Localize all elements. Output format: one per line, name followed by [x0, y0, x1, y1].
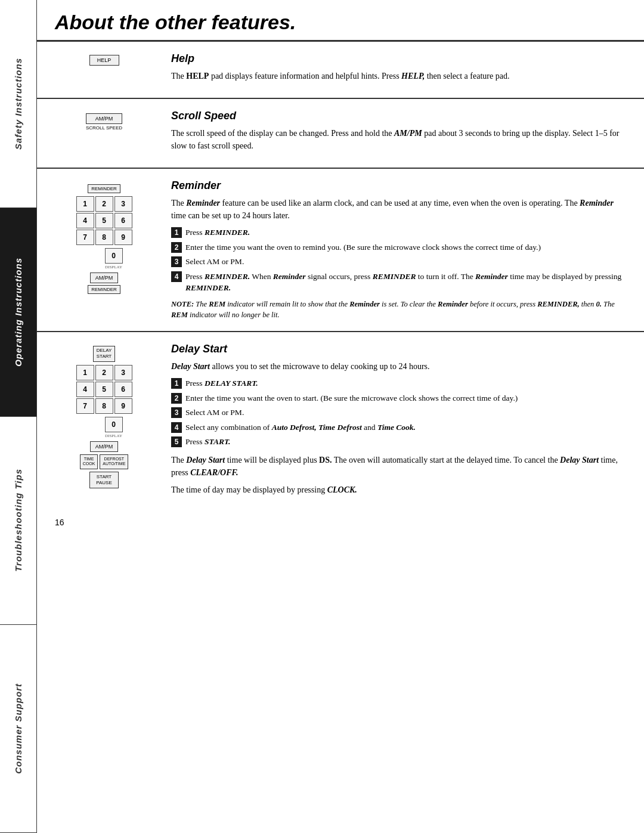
section-reminder-left: REMINDER 1 2 3 4 5 6 7 8 9 0 DISPLAY AM/… — [49, 179, 159, 320]
sidebar-tab-troubleshooting-label: Troubleshooting Tips — [13, 469, 23, 572]
delay-step-text-2: Enter the time you want the oven to star… — [185, 392, 626, 404]
key-4[interactable]: 4 — [76, 213, 94, 228]
reminder-step-3: 3 Select AM or PM. — [171, 256, 626, 268]
sidebar-tab-consumer-label: Consumer Support — [13, 683, 23, 774]
delay-key-1[interactable]: 1 — [76, 365, 94, 380]
delay-step-num-2: 2 — [171, 393, 182, 404]
key-7[interactable]: 7 — [76, 230, 94, 245]
delay-key-6[interactable]: 6 — [114, 382, 132, 397]
step-num-3: 3 — [171, 256, 182, 267]
section-help-left: HELP — [49, 52, 159, 87]
delay-footer-2: The time of day may be displayed by pres… — [171, 484, 626, 496]
delay-key-5[interactable]: 5 — [95, 382, 113, 397]
section-scroll-speed: AM/PM SCROLL SPEED Scroll Speed The scro… — [37, 99, 644, 169]
delay-step-num-5: 5 — [171, 436, 182, 447]
section-reminder: REMINDER 1 2 3 4 5 6 7 8 9 0 DISPLAY AM/… — [37, 169, 644, 332]
key-3[interactable]: 3 — [114, 196, 132, 212]
step-text-1: Press REMINDER. — [185, 227, 626, 239]
delay-step-2: 2 Enter the time you want the oven to st… — [171, 392, 626, 404]
delay-key-8[interactable]: 8 — [95, 398, 113, 414]
reminder-step-2: 2 Enter the time you want the oven to re… — [171, 241, 626, 253]
reminder-steps: 1 Press REMINDER. 2 Enter the time you w… — [171, 227, 626, 294]
step-num-1: 1 — [171, 227, 182, 238]
section-scroll-right: Scroll Speed The scroll speed of the dis… — [171, 110, 626, 157]
defrost-auto-button[interactable]: DEFROSTAUTO/TIME — [100, 454, 128, 469]
step-text-2: Enter the time you want the oven to remi… — [185, 241, 626, 253]
section-help-right: Help The HELP pad displays feature infor… — [171, 52, 626, 87]
section-help: HELP Help The HELP pad displays feature … — [37, 42, 644, 99]
section-delay-start: DELAYSTART 1 2 3 4 5 6 7 8 9 0 DISPLAY A… — [37, 332, 644, 512]
bottom-buttons-delay: TIMECOOK DEFROSTAUTO/TIME — [80, 454, 129, 469]
sidebar-tab-safety-label: Safety Instructions — [13, 58, 23, 150]
ampm-button[interactable]: AM/PM — [86, 113, 122, 124]
delay-step-num-1: 1 — [171, 378, 182, 389]
delay-start-heading: Delay Start — [171, 343, 626, 355]
delay-display-label: DISPLAY — [105, 433, 122, 438]
reminder-step-4: 4 Press REMINDER. When Reminder signal o… — [171, 271, 626, 294]
section-reminder-right: Reminder The Reminder feature can be use… — [171, 179, 626, 320]
delay-step-num-4: 4 — [171, 422, 182, 433]
step-text-4: Press REMINDER. When Reminder signal occ… — [185, 271, 626, 294]
section-scroll-left: AM/PM SCROLL SPEED — [49, 110, 159, 157]
step-num-4: 4 — [171, 271, 182, 282]
key-8[interactable]: 8 — [95, 230, 113, 245]
delay-key-9[interactable]: 9 — [114, 398, 132, 414]
section-delay-right: Delay Start Delay Start allows you to se… — [171, 343, 626, 501]
scroll-speed-heading: Scroll Speed — [171, 110, 626, 122]
step-num-2: 2 — [171, 242, 182, 253]
display-label: DISPLAY — [105, 265, 122, 270]
delay-step-text-1: Press DELAY START. — [185, 377, 626, 389]
help-button[interactable]: HELP — [89, 55, 119, 66]
time-cook-button[interactable]: TIMECOOK — [80, 454, 98, 469]
help-body: The HELP pad displays feature informatio… — [171, 70, 626, 82]
sidebar-tab-troubleshooting[interactable]: Troubleshooting Tips — [0, 417, 36, 625]
step-text-3: Select AM or PM. — [185, 256, 626, 268]
key-zero-container: 0 DISPLAY — [86, 247, 123, 270]
sidebar: Safety Instructions Operating Instructio… — [0, 0, 37, 833]
reminder-note: NOTE: The REM indicator will remain lit … — [171, 299, 626, 320]
key-5[interactable]: 5 — [95, 213, 113, 228]
reminder-step-1: 1 Press REMINDER. — [171, 227, 626, 239]
delay-start-body: Delay Start allows you to set the microw… — [171, 360, 626, 373]
key-9[interactable]: 9 — [114, 230, 132, 245]
delay-step-3: 3 Select AM or PM. — [171, 407, 626, 419]
delay-key-0[interactable]: 0 — [105, 417, 123, 432]
start-pause-button[interactable]: STARTPAUSE — [89, 472, 119, 489]
delay-step-1: 1 Press DELAY START. — [171, 377, 626, 389]
sidebar-tab-safety[interactable]: Safety Instructions — [0, 0, 36, 208]
reminder-bottom-button[interactable]: REMINDER — [88, 285, 120, 294]
delay-step-text-5: Press START. — [185, 436, 626, 448]
sidebar-tab-operating-label: Operating Instructions — [13, 258, 23, 367]
delay-step-5: 5 Press START. — [171, 436, 626, 448]
key-2[interactable]: 2 — [95, 196, 113, 212]
ampm-button-delay[interactable]: AM/PM — [90, 441, 119, 452]
help-heading: Help — [171, 52, 626, 65]
delay-key-4[interactable]: 4 — [76, 382, 94, 397]
scroll-speed-label: SCROLL SPEED — [86, 125, 122, 131]
delay-step-num-3: 3 — [171, 407, 182, 418]
delay-start-steps: 1 Press DELAY START. 2 Enter the time yo… — [171, 377, 626, 448]
ampm-button-reminder[interactable]: AM/PM — [90, 272, 119, 283]
section-delay-left: DELAYSTART 1 2 3 4 5 6 7 8 9 0 DISPLAY A… — [49, 343, 159, 501]
sidebar-tab-operating[interactable]: Operating Instructions — [0, 208, 36, 416]
reminder-body: The Reminder feature can be used like an… — [171, 197, 626, 222]
delay-key-2[interactable]: 2 — [95, 365, 113, 380]
reminder-heading: Reminder — [171, 179, 626, 192]
sidebar-tab-consumer[interactable]: Consumer Support — [0, 625, 36, 833]
page-title: About the other features. — [37, 0, 644, 42]
delay-step-text-3: Select AM or PM. — [185, 407, 626, 419]
keypad-grid-reminder: 1 2 3 4 5 6 7 8 9 — [76, 196, 132, 245]
delay-start-top-button[interactable]: DELAYSTART — [93, 346, 116, 362]
key-6[interactable]: 6 — [114, 213, 132, 228]
delay-key-7[interactable]: 7 — [76, 398, 94, 414]
reminder-top-button[interactable]: REMINDER — [88, 184, 120, 193]
delay-step-text-4: Select any combination of Auto Defrost, … — [185, 422, 626, 433]
delay-key-zero-container: 0 DISPLAY — [86, 416, 123, 438]
delay-footer-1: The Delay Start time will be displayed p… — [171, 454, 626, 479]
key-0[interactable]: 0 — [105, 248, 123, 264]
key-1[interactable]: 1 — [76, 196, 94, 212]
page-number: 16 — [37, 512, 644, 533]
delay-key-3[interactable]: 3 — [114, 365, 132, 380]
keypad-grid-delay: 1 2 3 4 5 6 7 8 9 — [76, 365, 132, 414]
main-content: About the other features. HELP Help The … — [37, 0, 644, 833]
